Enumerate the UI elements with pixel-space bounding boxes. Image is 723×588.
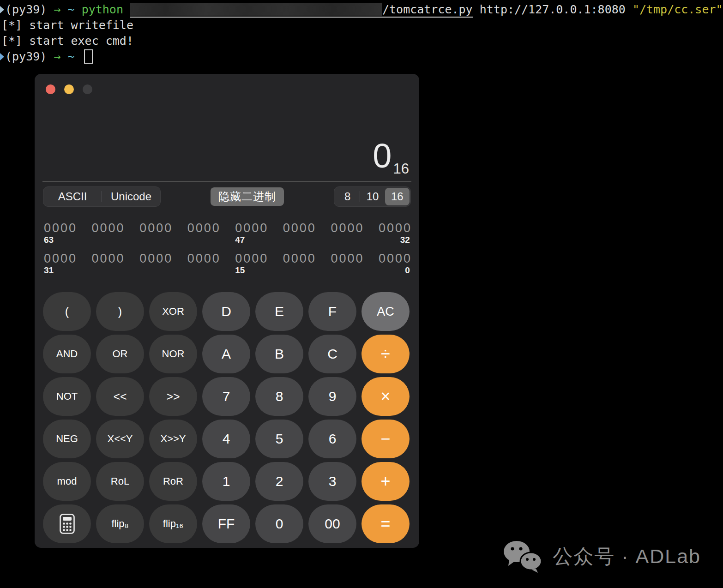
key-hex-c[interactable]: C (308, 335, 356, 373)
bit-index-label (92, 265, 124, 276)
key-not[interactable]: NOT (43, 377, 91, 416)
bit-digits[interactable]: 0000 (92, 222, 124, 234)
key-6[interactable]: 6 (308, 420, 356, 458)
bit-index-label (139, 265, 172, 276)
key-hex-f[interactable]: F (308, 292, 356, 331)
key-subtract[interactable]: − (362, 420, 410, 458)
prompt-cwd: ~ (68, 3, 75, 16)
bit-digits[interactable]: 0000 (139, 252, 172, 265)
key-basic-calculator[interactable] (43, 504, 91, 543)
bit-group: 00000 (379, 252, 411, 276)
target-url: http://127.0.0.1:8080 (480, 3, 626, 16)
bit-digits[interactable]: 0000 (235, 252, 267, 265)
bit-digits[interactable]: 0000 (44, 252, 76, 265)
window-controls (46, 84, 92, 94)
bit-digits[interactable]: 0000 (139, 222, 172, 234)
bit-index-label: 0 (379, 265, 411, 276)
key-hex-b[interactable]: B (255, 335, 303, 373)
wechat-icon (503, 540, 543, 573)
bit-group: 000047 (235, 222, 267, 246)
hide-binary-button[interactable]: 隐藏二进制 (211, 187, 284, 206)
bit-group: 0000 (331, 222, 363, 246)
bit-index-label: 31 (44, 265, 76, 276)
key-00[interactable]: 00 (308, 504, 356, 543)
bit-group: 0000 (187, 222, 220, 246)
key-rotate-right[interactable]: RoR (149, 462, 197, 501)
key-close-paren[interactable]: ) (96, 292, 144, 331)
base-16-button-selected[interactable]: 16 (385, 188, 410, 205)
command-python: python (82, 3, 123, 16)
bit-index-label (139, 235, 172, 246)
key-shift-left[interactable]: << (96, 377, 144, 416)
key-and[interactable]: AND (43, 335, 91, 373)
key-1[interactable]: 1 (202, 462, 250, 501)
bit-index-label (187, 235, 220, 246)
bit-digits[interactable]: 0000 (379, 252, 411, 265)
key-equals[interactable]: = (362, 504, 410, 543)
close-button[interactable] (46, 84, 55, 94)
bit-index-label (283, 235, 315, 246)
bit-digits[interactable]: 0000 (331, 252, 363, 265)
key-hex-a[interactable]: A (202, 335, 250, 373)
key-divide[interactable]: ÷ (362, 335, 410, 373)
display-separator (42, 181, 411, 182)
key-9[interactable]: 9 (308, 377, 356, 416)
key-4[interactable]: 4 (202, 420, 250, 458)
key-open-paren[interactable]: ( (43, 292, 91, 331)
bit-digits[interactable]: 0000 (283, 252, 315, 265)
key-negate[interactable]: NEG (43, 420, 91, 458)
keypad: ( ) XOR D E F AC AND OR NOR A B C ÷ NOT … (43, 292, 410, 543)
key-flip16[interactable]: flip₁₆ (149, 504, 197, 543)
key-all-clear[interactable]: AC (362, 292, 410, 331)
key-5[interactable]: 5 (255, 420, 303, 458)
minimize-button[interactable] (64, 84, 74, 94)
terminal-output: (py39) → ~ python /tomcatrce.py http://1… (0, 2, 723, 65)
key-add[interactable]: + (362, 462, 410, 501)
command-arg: "/tmp/cc.ser" (633, 3, 723, 16)
key-hex-d[interactable]: D (202, 292, 250, 331)
base-10-button[interactable]: 10 (360, 190, 385, 203)
key-ff[interactable]: FF (202, 504, 250, 543)
key-mod[interactable]: mod (43, 462, 91, 501)
ascii-button[interactable]: ASCII (43, 190, 102, 203)
base-8-button[interactable]: 8 (335, 190, 360, 203)
key-x-shift-left-y[interactable]: X<<Y (96, 420, 144, 458)
unicode-button[interactable]: Unicode (102, 190, 160, 203)
key-nor[interactable]: NOR (149, 335, 197, 373)
watermark: 公众号 · ADLab (503, 540, 701, 573)
base-segment-control: 8 10 16 (334, 186, 411, 207)
key-shift-right[interactable]: >> (149, 377, 197, 416)
bit-group: 000031 (44, 252, 76, 276)
bit-digits[interactable]: 0000 (331, 222, 363, 234)
bit-digits[interactable]: 0000 (379, 222, 411, 234)
bit-digits[interactable]: 0000 (187, 222, 220, 234)
bit-digits[interactable]: 0000 (92, 252, 124, 265)
watermark-text: 公众号 · ADLab (553, 543, 701, 570)
key-flip8[interactable]: flip₈ (96, 504, 144, 543)
calculator-display: 016 (44, 135, 409, 177)
bit-digits[interactable]: 0000 (283, 222, 315, 234)
key-3[interactable]: 3 (308, 462, 356, 501)
key-8[interactable]: 8 (255, 377, 303, 416)
bit-group: 0000 (139, 252, 172, 276)
binary-row-high: 000063 0000 0000 0000 000047 0000 0000 0… (44, 222, 411, 246)
terminal-cursor[interactable] (84, 49, 93, 64)
key-or[interactable]: OR (96, 335, 144, 373)
key-2[interactable]: 2 (255, 462, 303, 501)
bit-digits[interactable]: 0000 (187, 252, 220, 265)
key-hex-e[interactable]: E (255, 292, 303, 331)
key-rotate-left[interactable]: RoL (96, 462, 144, 501)
prompt-cwd: ~ (68, 50, 75, 63)
bit-group: 0000 (139, 222, 172, 246)
prompt-arrow-fragment-icon (0, 6, 4, 13)
key-x-shift-right-y[interactable]: X>>Y (149, 420, 197, 458)
key-multiply[interactable]: × (362, 377, 410, 416)
key-xor[interactable]: XOR (149, 292, 197, 331)
redacted-path-box (130, 3, 382, 16)
bit-index-label: 15 (235, 265, 267, 276)
bit-digits[interactable]: 0000 (235, 222, 267, 234)
key-0[interactable]: 0 (255, 504, 303, 543)
key-7[interactable]: 7 (202, 377, 250, 416)
bit-digits[interactable]: 0000 (44, 222, 76, 234)
bit-group: 000063 (44, 222, 76, 246)
